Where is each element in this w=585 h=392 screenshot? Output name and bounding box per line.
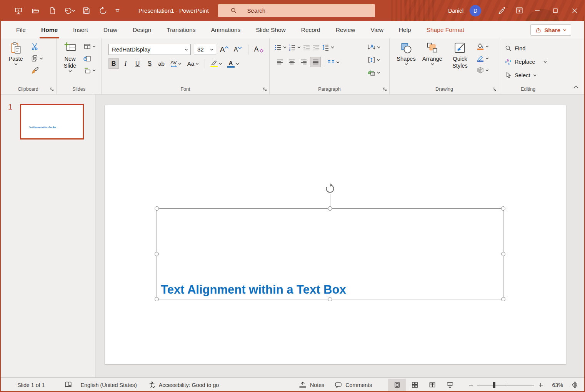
shape-fill-button[interactable] — [477, 42, 489, 51]
copy-button[interactable] — [31, 54, 43, 63]
slide-thumbnail[interactable]: Text Alignment within a Text Box — [20, 104, 84, 140]
textbox-text[interactable]: Text Alignment within a Text Box — [161, 283, 346, 296]
shape-outline-button[interactable] — [477, 54, 489, 63]
selection-handle-n[interactable] — [328, 206, 332, 211]
maximize-button[interactable] — [546, 0, 564, 21]
replace-button[interactable]: bcReplace — [499, 56, 557, 67]
tab-insert[interactable]: Insert — [65, 21, 96, 38]
coming-soon-button[interactable] — [493, 0, 510, 21]
shape-effects-button[interactable] — [477, 66, 489, 75]
undo-button[interactable] — [62, 3, 77, 18]
tab-transitions[interactable]: Transitions — [159, 21, 203, 38]
new-file-button[interactable] — [45, 3, 60, 18]
selected-textbox[interactable]: Text Alignment within a Text Box — [157, 208, 503, 299]
avatar[interactable]: D — [470, 5, 481, 17]
increase-indent-button[interactable] — [312, 43, 320, 51]
spellcheck-button[interactable] — [64, 381, 72, 389]
quick-styles-button[interactable]: Quick Styles — [446, 38, 474, 85]
selection-handle-w[interactable] — [155, 252, 159, 256]
convert-to-smartart-button[interactable] — [367, 68, 380, 77]
new-slide-button[interactable]: New Slide — [60, 38, 80, 85]
font-color-button[interactable]: A — [225, 58, 241, 69]
close-button[interactable] — [564, 0, 585, 21]
increase-font-size-button[interactable]: A — [219, 44, 230, 55]
tab-file[interactable]: File — [8, 21, 33, 38]
zoom-level[interactable]: 63% — [552, 382, 563, 388]
reading-view-button[interactable] — [423, 379, 441, 391]
selection-handle-sw[interactable] — [155, 297, 159, 301]
collapse-ribbon-button[interactable] — [573, 83, 579, 90]
text-shadow-button[interactable]: S — [144, 58, 155, 69]
user-name[interactable]: Daniel — [448, 8, 463, 14]
start-slideshow-button[interactable] — [11, 3, 26, 18]
zoom-out-button[interactable] — [468, 382, 473, 388]
text-highlight-button[interactable] — [208, 58, 224, 69]
cut-button[interactable] — [31, 42, 43, 51]
justify-button[interactable] — [310, 57, 321, 67]
comments-button[interactable]: Comments — [334, 381, 372, 389]
tab-view[interactable]: View — [363, 21, 391, 38]
ribbon-display-options-button[interactable] — [510, 0, 528, 21]
tab-design[interactable]: Design — [125, 21, 159, 38]
tab-home[interactable]: Home — [33, 21, 65, 38]
slide-canvas[interactable]: Text Alignment within a Text Box — [95, 95, 585, 377]
rotate-handle[interactable] — [325, 183, 335, 196]
minimize-button[interactable] — [528, 0, 546, 21]
tab-animations[interactable]: Animations — [203, 21, 248, 38]
language-indicator[interactable]: English (United States) — [81, 382, 137, 388]
format-painter-button[interactable] — [31, 66, 43, 75]
strikethrough-button[interactable]: ab — [156, 58, 167, 69]
tab-record[interactable]: Record — [293, 21, 328, 38]
tab-help[interactable]: Help — [391, 21, 419, 38]
character-spacing-button[interactable]: AV — [168, 58, 183, 69]
slide-layout-button[interactable] — [83, 42, 96, 51]
accessibility-checker[interactable]: Accessibility: Good to go — [148, 381, 219, 389]
selection-handle-se[interactable] — [501, 297, 505, 301]
bullets-button[interactable] — [274, 43, 287, 51]
italic-button[interactable]: I — [120, 58, 131, 69]
paste-button[interactable]: Paste — [5, 38, 27, 85]
arrange-button[interactable]: Arrange — [419, 38, 446, 85]
text-direction-button[interactable]: A — [367, 43, 380, 51]
zoom-in-button[interactable] — [538, 382, 543, 388]
paragraph-dialog-launcher[interactable] — [382, 86, 387, 92]
customize-qat-button[interactable] — [112, 3, 122, 18]
columns-button[interactable] — [327, 58, 340, 66]
align-center-button[interactable] — [286, 57, 297, 67]
tab-review[interactable]: Review — [328, 21, 363, 38]
bold-button[interactable]: B — [108, 58, 119, 69]
slide-thumbnail-panel[interactable]: 1 Text Alignment within a Text Box — [0, 95, 95, 377]
tab-shape-format[interactable]: Shape Format — [419, 21, 472, 38]
notes-button[interactable]: Notes — [298, 381, 324, 389]
align-right-button[interactable] — [298, 57, 309, 67]
slide[interactable]: Text Alignment within a Text Box — [105, 105, 566, 364]
open-button[interactable] — [28, 3, 43, 18]
decrease-indent-button[interactable] — [303, 43, 310, 51]
line-spacing-button[interactable] — [322, 43, 334, 51]
find-button[interactable]: Find — [499, 43, 557, 53]
share-button[interactable]: Share — [530, 24, 571, 36]
select-button[interactable]: Select — [499, 70, 557, 80]
font-name-combobox[interactable]: RedHatDisplay — [108, 44, 191, 55]
align-text-button[interactable] — [367, 56, 380, 64]
clear-formatting-button[interactable]: A — [253, 44, 264, 55]
clipboard-dialog-launcher[interactable] — [49, 86, 54, 92]
zoom-slider-handle[interactable] — [493, 382, 495, 388]
selection-handle-e[interactable] — [501, 252, 505, 256]
change-case-button[interactable]: Aa — [185, 58, 201, 69]
font-dialog-launcher[interactable] — [262, 86, 267, 92]
redo-button[interactable] — [95, 3, 111, 18]
font-size-combobox[interactable]: 32 — [194, 44, 216, 55]
shapes-button[interactable]: Shapes — [393, 38, 419, 85]
underline-button[interactable]: U — [132, 58, 143, 69]
selection-handle-ne[interactable] — [501, 206, 505, 211]
slide-sorter-view-button[interactable] — [406, 379, 423, 391]
selection-handle-nw[interactable] — [155, 206, 159, 211]
decrease-font-size-button[interactable]: A — [233, 44, 243, 55]
fit-to-window-button[interactable] — [571, 381, 579, 389]
tab-slide-show[interactable]: Slide Show — [248, 21, 293, 38]
align-left-button[interactable] — [274, 57, 285, 67]
zoom-slider[interactable] — [477, 385, 534, 385]
section-button[interactable] — [83, 66, 96, 75]
tab-draw[interactable]: Draw — [96, 21, 125, 38]
